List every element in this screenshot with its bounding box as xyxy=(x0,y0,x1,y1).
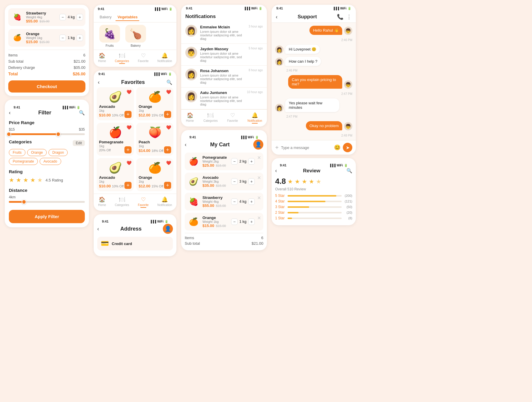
search-icon[interactable]: 🔍 xyxy=(79,110,85,116)
heart-icon[interactable]: ❤️ xyxy=(166,125,171,130)
mycart-item-strawberry: 🍓 Strawberry Weight 4kg $55.00 $15.00 − … xyxy=(185,193,263,210)
checkout-button[interactable]: Checkout xyxy=(8,80,85,93)
cat-tag-orange[interactable]: Orange xyxy=(27,149,47,156)
back-button[interactable]: ‹ xyxy=(98,79,100,85)
back-button[interactable]: ‹ xyxy=(97,226,99,232)
nav-home[interactable]: 🏠 Home xyxy=(186,112,194,124)
chat-time: 2:48 PM xyxy=(275,134,352,137)
chat-input[interactable] xyxy=(281,145,332,150)
remove-item-button[interactable]: ✕ xyxy=(257,175,261,181)
edit-button[interactable]: Edit xyxy=(73,140,85,146)
user-avatar: 👤 xyxy=(253,140,263,150)
slider-thumb-left[interactable] xyxy=(7,132,11,137)
nav-home[interactable]: 🏠 Home xyxy=(98,196,106,208)
dist-thumb[interactable] xyxy=(22,200,26,204)
receiver-avatar: 👩 xyxy=(275,58,283,66)
qty-plus-btn[interactable]: + xyxy=(77,14,83,20)
categories-top-phone: 9:41 ▐▐▐ WiFi 🔋 Bakery Vegetables 🍇 Frui… xyxy=(94,5,176,67)
search-icon[interactable]: 🔍 xyxy=(166,80,172,85)
remove-item-button[interactable]: ✕ xyxy=(257,195,261,201)
slider-thumb-right[interactable] xyxy=(56,132,61,137)
cat-card-bakery[interactable]: 🍗 Bakery xyxy=(124,25,147,47)
cat-tag-avocado[interactable]: Avocado xyxy=(40,158,61,165)
nav-favorite[interactable]: ♡ Favorite xyxy=(138,52,149,64)
send-button[interactable]: ➤ xyxy=(343,143,352,152)
mycart-name: Avocado xyxy=(202,175,229,180)
nav-categories[interactable]: 🍽️ Categories xyxy=(203,112,218,124)
add-to-cart-button[interactable]: + xyxy=(164,111,171,118)
filter-header: ‹ Filter 🔍 xyxy=(9,110,85,116)
emoji-button[interactable]: 😊 xyxy=(334,144,340,151)
avocado-icon: 🥑 xyxy=(187,175,200,188)
nav-favorite[interactable]: ♡ Favorite xyxy=(227,112,238,124)
nav-favorite[interactable]: ♡ Favorite xyxy=(138,196,149,208)
mycart-item-avocado: 🥑 Avocado Weight 3kg $35.00 $15.00 − 3 k… xyxy=(185,173,263,190)
phone-icon[interactable]: 📞 xyxy=(337,14,343,20)
qty-plus-btn[interactable]: + xyxy=(248,158,255,165)
qty-plus-btn[interactable]: + xyxy=(77,35,83,41)
review-title: Review xyxy=(303,168,320,174)
total-label: Total xyxy=(8,72,18,76)
qty-control[interactable]: − 1 kg + xyxy=(59,35,83,41)
back-button[interactable]: ‹ xyxy=(276,14,278,20)
heart-icon[interactable]: ❤️ xyxy=(166,161,171,165)
qty-plus-btn[interactable]: + xyxy=(248,198,255,205)
add-to-cart-button[interactable]: + xyxy=(164,182,171,189)
cat-card-fruits[interactable]: 🍇 Fruits xyxy=(98,25,121,47)
cat-tag-dragon[interactable]: Dragon xyxy=(48,149,68,156)
qty-control[interactable]: − 4 kg + xyxy=(231,198,255,205)
qty-minus-btn[interactable]: − xyxy=(231,198,238,205)
more-icon[interactable]: ⋮ xyxy=(346,14,352,20)
nav-home[interactable]: 🏠 Home xyxy=(98,52,106,64)
remove-item-button[interactable]: ✕ xyxy=(257,155,261,161)
add-to-cart-button[interactable]: + xyxy=(124,182,132,189)
battery-icon: 🔋 xyxy=(344,164,348,167)
notif-content: Aatu Juntunen Lorem ipsum dolor sit ame … xyxy=(200,90,244,106)
qty-control[interactable]: − 3 kg + xyxy=(231,178,255,185)
search-icon[interactable]: 🔍 xyxy=(346,168,352,174)
qty-control[interactable]: − 2 kg + xyxy=(231,158,255,165)
qty-plus-btn[interactable]: + xyxy=(248,218,255,225)
remove-item-button[interactable]: ✕ xyxy=(257,215,261,221)
cat-nav-vegetables[interactable]: Vegetables xyxy=(116,14,139,21)
nav-notification[interactable]: 🔔 Notification xyxy=(247,112,262,124)
address-card-creditcard[interactable]: 💳 Credit card xyxy=(97,237,173,250)
nav-notification[interactable]: 🔔 Notification xyxy=(158,196,172,208)
qty-control[interactable]: − 1 kg + xyxy=(231,218,255,225)
add-to-cart-button[interactable]: + xyxy=(124,111,132,118)
qty-plus-btn[interactable]: + xyxy=(248,178,255,185)
heart-icon[interactable]: ❤️ xyxy=(126,125,132,130)
qty-minus-btn[interactable]: − xyxy=(231,178,238,185)
qty-minus-btn[interactable]: − xyxy=(231,158,238,165)
distance-slider-track[interactable] xyxy=(9,201,85,203)
back-button[interactable]: ‹ xyxy=(185,142,186,148)
star-3: ★ xyxy=(23,176,28,184)
back-button[interactable]: ‹ xyxy=(9,110,11,116)
chat-msg-wrap: 👩 Hi Lovepreet 😊 xyxy=(275,45,352,54)
cat-nav-bakery[interactable]: Bakery xyxy=(98,14,113,21)
categories-nav: Bakery Vegetables xyxy=(94,11,176,22)
heart-icon[interactable]: ❤️ xyxy=(126,161,132,165)
nav-notification[interactable]: 🔔 Notification xyxy=(158,52,172,64)
cat-tag-pomegranate[interactable]: Pomegranate xyxy=(9,158,38,165)
add-to-cart-button[interactable]: + xyxy=(164,146,171,153)
heart-icon[interactable]: ❤️ xyxy=(166,90,171,94)
qty-control[interactable]: − 4 kg + xyxy=(59,14,83,20)
mycart-name: Strawberry xyxy=(202,195,229,200)
cart-item-price-row: $15.00 $15.00 xyxy=(26,40,57,44)
apply-filter-button[interactable]: Apply Filter xyxy=(9,210,85,223)
qty-minus-btn[interactable]: − xyxy=(59,35,66,41)
totals-subtotal-label: Sub total xyxy=(185,241,200,246)
add-attachment-button[interactable]: + xyxy=(275,144,279,151)
nav-categories[interactable]: 🍽️ Categories xyxy=(115,52,129,64)
price-slider-track[interactable] xyxy=(9,133,85,135)
heart-icon[interactable]: ❤️ xyxy=(126,90,132,94)
back-button[interactable]: ‹ xyxy=(275,168,277,174)
favorite-icon: ♡ xyxy=(230,112,235,119)
cat-tag-fruits[interactable]: Fruits xyxy=(9,149,25,156)
fav-price: $14.00 xyxy=(139,148,150,153)
qty-minus-btn[interactable]: − xyxy=(59,14,66,20)
nav-categories[interactable]: 🍽️ Categories xyxy=(115,196,129,208)
add-to-cart-button[interactable]: + xyxy=(124,146,132,153)
qty-minus-btn[interactable]: − xyxy=(231,218,238,225)
